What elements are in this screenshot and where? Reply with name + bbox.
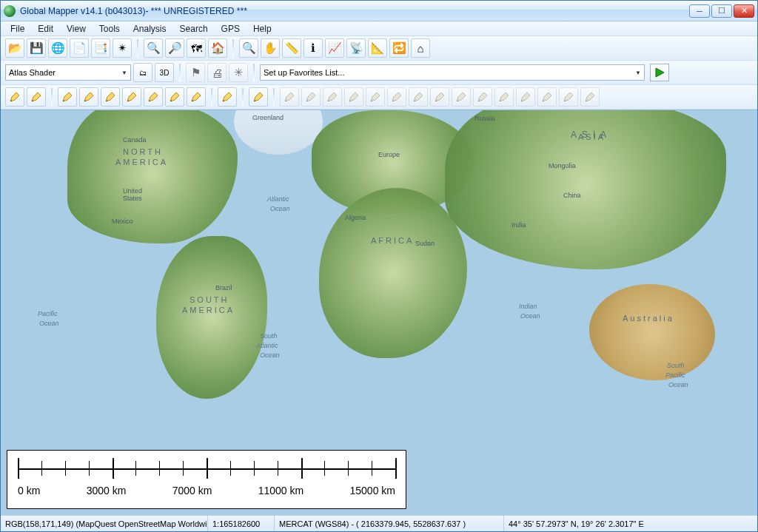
- edit-7-icon[interactable]: [409, 87, 428, 107]
- ruler-icon[interactable]: 📐: [368, 38, 387, 58]
- menu-tools[interactable]: Tools: [93, 22, 127, 36]
- edit-12-icon[interactable]: [516, 87, 535, 107]
- map-label: Mongolia: [549, 162, 576, 169]
- layers-icon[interactable]: 🗂: [133, 63, 152, 82]
- edit-15-icon[interactable]: [580, 87, 600, 107]
- scale-bar: 0 km3000 km7000 km11000 km15000 km: [7, 450, 406, 509]
- menu-help[interactable]: Help: [246, 22, 278, 36]
- map-label: Canada: [123, 136, 147, 144]
- status-scale: 1:165182600: [208, 516, 275, 531]
- digitize-5-icon[interactable]: [101, 87, 120, 107]
- edit-13-icon[interactable]: [537, 87, 557, 107]
- map-label: United: [123, 187, 142, 195]
- menu-search[interactable]: Search: [173, 22, 215, 36]
- menu-gps[interactable]: GPS: [215, 22, 246, 36]
- globe-icon[interactable]: 🌐: [48, 38, 67, 58]
- 3d-icon[interactable]: 3D: [155, 63, 174, 82]
- edit-11-icon[interactable]: [494, 87, 514, 107]
- snap-icon[interactable]: ✴: [113, 38, 132, 58]
- flag-icon[interactable]: ⚑: [186, 63, 205, 82]
- map-label: Greenland: [252, 114, 284, 121]
- map-label: Sudan: [415, 240, 435, 247]
- app-icon: [4, 5, 16, 17]
- map-label: Pacific: [665, 371, 685, 379]
- zoom-out-icon[interactable]: 🔎: [165, 38, 184, 58]
- separator: [51, 88, 53, 106]
- digitize-2-icon[interactable]: [27, 87, 46, 107]
- map-label: Pacific: [38, 310, 58, 317]
- map-label: South: [260, 332, 278, 340]
- close-button[interactable]: ✕: [734, 4, 754, 18]
- share-icon[interactable]: ✳: [229, 63, 248, 82]
- digitize-9-icon[interactable]: [187, 87, 206, 107]
- shader-select[interactable]: Atlas Shader ▼: [5, 64, 131, 81]
- antenna-icon[interactable]: 📡: [346, 38, 366, 58]
- edit-5-icon[interactable]: [366, 87, 385, 107]
- digitize-3-icon[interactable]: [58, 87, 77, 107]
- info-icon[interactable]: ℹ: [303, 38, 323, 58]
- zoom-tool-icon[interactable]: 🔍: [239, 38, 258, 58]
- toolbar-main: 📂💾🌐📄📑✴🔍🔎🗺🏠🔍✋📏ℹ📈📡📐🔁⌂: [1, 36, 757, 61]
- map-label: Europe: [378, 151, 400, 158]
- scale-label: 0 km: [18, 485, 40, 496]
- export-icon[interactable]: 📄: [70, 38, 89, 58]
- separator: [179, 64, 181, 81]
- edit-4-icon[interactable]: [344, 87, 363, 107]
- go-online-icon[interactable]: 📈: [325, 38, 344, 58]
- edit-3-icon[interactable]: [323, 87, 342, 107]
- digitize-7-icon[interactable]: [144, 87, 163, 107]
- separator: [211, 88, 212, 106]
- menu-edit[interactable]: Edit: [31, 22, 60, 36]
- favorites-select[interactable]: Set up Favorites List... ▼: [260, 64, 645, 81]
- map-label: Ocean: [520, 312, 540, 320]
- digitize-1-icon[interactable]: [5, 87, 24, 107]
- title-bar: Global Mapper v14.1 (b043013)- *** UNREG…: [1, 1, 757, 21]
- digitize-4-icon[interactable]: [79, 87, 98, 107]
- map-label: China: [563, 192, 581, 199]
- edit-6-icon[interactable]: [387, 87, 406, 107]
- map-label: States: [123, 195, 142, 202]
- edit-8-icon[interactable]: [430, 87, 449, 107]
- menu-file[interactable]: File: [4, 22, 31, 36]
- menu-view[interactable]: View: [60, 22, 93, 36]
- open-folder-icon[interactable]: 📂: [5, 38, 24, 58]
- home-icon[interactable]: 🏠: [208, 38, 227, 58]
- edit-9-icon[interactable]: [452, 87, 471, 107]
- save-icon[interactable]: 💾: [27, 38, 46, 58]
- status-rgb: RGB(158,171,149) (MapQuest OpenStreetMap…: [1, 516, 208, 531]
- route-icon[interactable]: ⌂: [411, 38, 430, 58]
- edit-1-icon[interactable]: [280, 87, 299, 107]
- zoom-full-icon[interactable]: 🗺: [187, 38, 206, 58]
- configure-icon[interactable]: 📑: [91, 38, 110, 58]
- map-label: Ocean: [260, 351, 280, 359]
- map-label: South: [667, 362, 685, 369]
- map-label: Indian: [519, 303, 537, 310]
- digitize-8-icon[interactable]: [165, 87, 184, 107]
- digitize-10-icon[interactable]: [218, 87, 237, 107]
- digitize-6-icon[interactable]: [122, 87, 141, 107]
- edit-10-icon[interactable]: [473, 87, 492, 107]
- edit-2-icon[interactable]: [301, 87, 321, 107]
- shader-selected: Atlas Shader: [9, 68, 56, 77]
- maximize-button[interactable]: ☐: [711, 4, 732, 18]
- play-button[interactable]: [650, 64, 669, 81]
- map-label: Russia: [474, 115, 495, 122]
- map-label: India: [512, 221, 526, 229]
- measure-icon[interactable]: 📏: [282, 38, 301, 58]
- menu-bar: FileEditViewToolsAnalysisSearchGPSHelp: [1, 21, 757, 36]
- minimize-button[interactable]: ─: [689, 4, 710, 18]
- print-icon[interactable]: 🖨: [207, 63, 227, 82]
- map-label: Brazil: [215, 284, 232, 292]
- status-coordinates: 44° 35' 57.2973" N, 19° 26' 2.3017" E: [504, 516, 757, 531]
- menu-analysis[interactable]: Analysis: [127, 22, 173, 36]
- zoom-in-icon[interactable]: 🔍: [144, 38, 163, 58]
- map-label: Australia: [623, 314, 674, 323]
- pan-hand-icon[interactable]: ✋: [261, 38, 280, 58]
- digitize-11-icon[interactable]: [249, 87, 268, 107]
- map-viewport[interactable]: NORTHAMERICASOUTHAMERICAAFRICAASIAAustra…: [1, 110, 757, 515]
- map-label: A S I A: [571, 129, 608, 140]
- scale-label: 7000 km: [172, 485, 212, 496]
- swap-icon[interactable]: 🔁: [389, 38, 409, 58]
- edit-14-icon[interactable]: [559, 87, 578, 107]
- map-label: SOUTH: [190, 295, 229, 304]
